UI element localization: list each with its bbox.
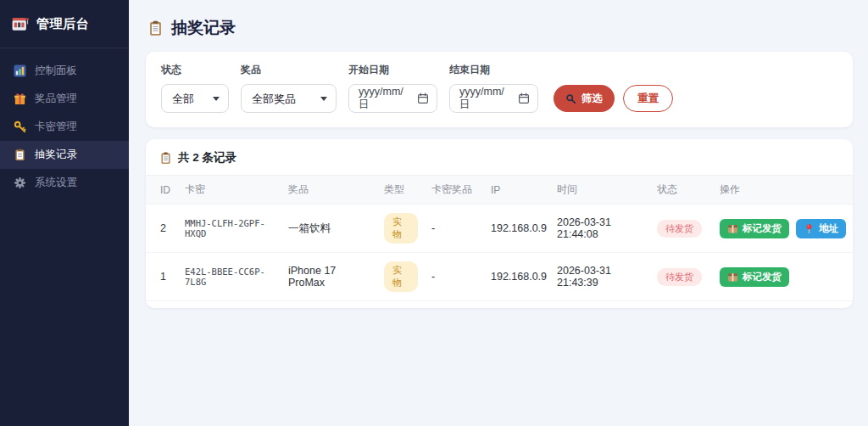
sidebar-item-settings[interactable]: 系统设置	[0, 169, 129, 197]
records-card: 共 2 条记录 ID 卡密 奖品 类型 卡密奖品 IP 时间	[146, 139, 853, 308]
address-label: 地址	[819, 222, 838, 235]
col-id: ID	[146, 176, 178, 205]
end-date-input[interactable]: yyyy/mm/日	[449, 84, 538, 113]
bar-chart-icon	[14, 64, 26, 77]
col-ip: IP	[484, 176, 550, 205]
cell-card-prize: -	[425, 253, 484, 301]
prize-select[interactable]: 全部奖品	[241, 84, 337, 113]
cell-ip: 192.168.0.9	[484, 205, 550, 253]
col-prize: 奖品	[281, 176, 377, 205]
cell-status: 待发货	[650, 205, 713, 253]
app-root: 管理后台 控制面板 奖品管理 卡密管理	[0, 0, 868, 426]
end-date-field: 结束日期 yyyy/mm/日	[449, 63, 538, 113]
table-row: 1 E42L-BBEE-CC6P-7L8G iPhone 17 ProMax 实…	[146, 253, 853, 301]
sidebar-nav: 控制面板 奖品管理 卡密管理 抽奖记录	[0, 48, 129, 197]
sidebar-item-label: 系统设置	[35, 176, 77, 190]
prize-filter-label: 奖品	[241, 63, 337, 77]
brand: 管理后台	[0, 0, 129, 48]
records-table: ID 卡密 奖品 类型 卡密奖品 IP 时间 状态 操作 2 MMHJ-CLFH	[146, 175, 853, 301]
col-actions: 操作	[713, 176, 853, 205]
slot-machine-icon	[11, 15, 29, 33]
sidebar-item-lottery-records[interactable]: 抽奖记录	[0, 141, 129, 169]
col-card-prize: 卡密奖品	[425, 176, 484, 205]
gear-icon	[14, 177, 26, 189]
records-summary: 共 2 条记录	[146, 150, 853, 175]
page-title: 抽奖记录	[147, 17, 853, 39]
status-filter-label: 状态	[161, 63, 229, 77]
status-badge: 待发货	[657, 268, 702, 286]
table-header-row: ID 卡密 奖品 类型 卡密奖品 IP 时间 状态 操作	[146, 176, 853, 205]
cell-time: 2026-03-31 21:43:39	[550, 253, 650, 301]
clipboard-icon	[14, 149, 26, 161]
cell-status: 待发货	[650, 253, 713, 301]
package-icon	[727, 272, 738, 283]
sidebar-item-card-keys[interactable]: 卡密管理	[0, 113, 129, 141]
sidebar-item-dashboard[interactable]: 控制面板	[0, 57, 129, 85]
clipboard-icon	[147, 20, 164, 36]
prize-select-wrap: 全部奖品	[241, 84, 337, 113]
status-select[interactable]: 全部	[161, 84, 229, 113]
table-row: 2 MMHJ-CLFH-2GPF-HXQD 一箱饮料 实物 - 192.168.…	[146, 205, 853, 253]
page-title-text: 抽奖记录	[171, 17, 236, 39]
cell-time: 2026-03-31 21:44:08	[550, 205, 650, 253]
main-content: 抽奖记录 状态 全部 奖品 全部奖品 开始	[129, 0, 868, 426]
status-badge: 待发货	[657, 220, 702, 238]
mark-shipped-button[interactable]: 标记发货	[720, 267, 789, 287]
pin-icon	[804, 223, 815, 234]
magnifier-icon	[565, 93, 576, 104]
end-date-placeholder: yyyy/mm/日	[459, 86, 513, 112]
sidebar-item-label: 奖品管理	[35, 92, 77, 106]
start-date-field: 开始日期 yyyy/mm/日	[348, 63, 437, 113]
col-type: 类型	[377, 176, 425, 205]
brand-title: 管理后台	[36, 16, 89, 32]
mark-shipped-label: 标记发货	[743, 222, 782, 235]
reset-button-label: 重置	[637, 92, 659, 104]
sidebar-item-label: 卡密管理	[35, 120, 77, 134]
calendar-icon[interactable]	[417, 92, 429, 104]
cell-id: 2	[146, 205, 178, 253]
filter-actions: 筛选 重置	[554, 85, 673, 113]
cell-id: 1	[146, 253, 178, 301]
prize-filter-field: 奖品 全部奖品	[241, 63, 337, 113]
filter-card: 状态 全部 奖品 全部奖品 开始日期 yyyy/mm/日	[146, 52, 853, 127]
mark-shipped-label: 标记发货	[743, 271, 782, 283]
gift-icon	[14, 92, 26, 105]
cell-card-key: E42L-BBEE-CC6P-7L8G	[178, 253, 281, 301]
cell-type: 实物	[377, 205, 425, 253]
key-icon	[14, 121, 26, 133]
start-date-placeholder: yyyy/mm/日	[359, 86, 412, 112]
sidebar: 管理后台 控制面板 奖品管理 卡密管理	[0, 0, 129, 426]
filter-button[interactable]: 筛选	[554, 85, 615, 112]
filter-button-label: 筛选	[581, 92, 603, 106]
calendar-icon[interactable]	[518, 92, 530, 104]
cell-ip: 192.168.0.9	[484, 253, 550, 301]
package-icon	[727, 223, 738, 234]
col-time: 时间	[550, 176, 650, 205]
cell-card-key: MMHJ-CLFH-2GPF-HXQD	[178, 205, 281, 253]
cell-type: 实物	[377, 253, 425, 301]
end-date-label: 结束日期	[449, 63, 538, 77]
cell-actions: 标记发货	[713, 253, 853, 301]
cell-prize: iPhone 17 ProMax	[281, 253, 377, 301]
col-status: 状态	[650, 176, 713, 205]
sidebar-item-prizes[interactable]: 奖品管理	[0, 85, 129, 113]
type-badge: 实物	[384, 213, 418, 244]
type-badge: 实物	[384, 261, 418, 292]
address-button[interactable]: 地址	[796, 219, 846, 238]
reset-button[interactable]: 重置	[623, 85, 673, 112]
sidebar-item-label: 抽奖记录	[35, 148, 77, 162]
clipboard-icon	[159, 152, 172, 165]
start-date-label: 开始日期	[348, 63, 437, 77]
status-select-wrap: 全部	[161, 84, 229, 113]
sidebar-item-label: 控制面板	[35, 64, 77, 78]
cell-actions: 标记发货 地址	[713, 205, 853, 253]
status-filter-field: 状态 全部	[161, 63, 229, 113]
mark-shipped-button[interactable]: 标记发货	[720, 219, 789, 238]
col-card-key: 卡密	[178, 176, 281, 205]
cell-card-prize: -	[425, 205, 484, 253]
records-summary-text: 共 2 条记录	[178, 150, 236, 165]
start-date-input[interactable]: yyyy/mm/日	[348, 84, 437, 113]
cell-prize: 一箱饮料	[281, 205, 377, 253]
